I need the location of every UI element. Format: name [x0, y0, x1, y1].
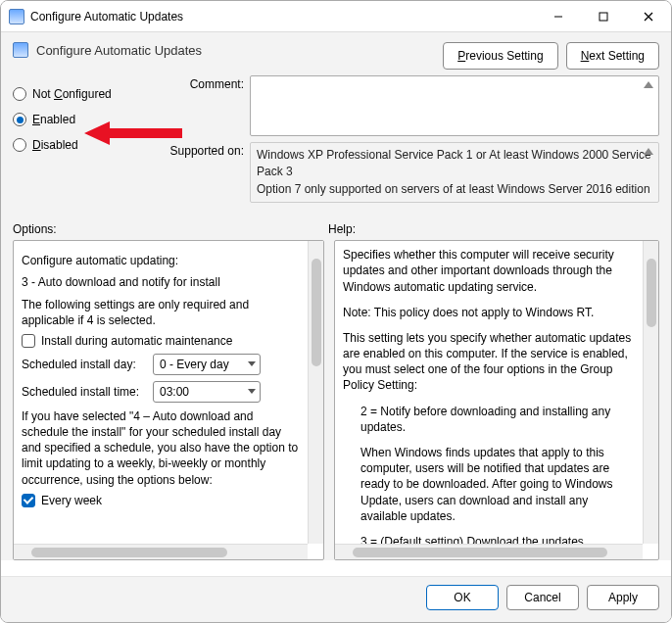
chk-maintenance[interactable]: Install during automatic maintenance: [22, 334, 300, 348]
options-content: Configure automatic updating: 3 - Auto d…: [14, 241, 308, 544]
help-text: 3 = (Default setting) Download the updat…: [343, 534, 635, 544]
radio-enabled[interactable]: Enabled: [13, 107, 150, 132]
supported-text: Windows XP Professional Service Pack 1 o…: [257, 148, 651, 196]
comment-input[interactable]: [250, 75, 659, 136]
help-text: When Windows finds updates that apply to…: [343, 445, 635, 524]
section-labels: Options: Help:: [1, 213, 671, 240]
checkbox-icon: [22, 494, 35, 507]
help-text: This setting lets you specify whether au…: [343, 330, 635, 394]
radio-disabled[interactable]: Disabled: [13, 132, 150, 158]
scroll-up-icon[interactable]: [644, 81, 653, 88]
previous-setting-button[interactable]: Previous Setting: [443, 42, 557, 70]
header: Configure Automatic Updates Previous Set…: [1, 32, 671, 75]
options-panel: Configure automatic updating: 3 - Auto d…: [13, 240, 324, 560]
comment-label: Comment:: [158, 75, 244, 91]
radio-label: Disabled: [32, 138, 78, 152]
radio-circle: [13, 138, 26, 152]
checkbox-icon: [22, 334, 35, 348]
install-time-label: Scheduled install time:: [22, 385, 147, 399]
update-mode-dropdown[interactable]: 3 - Auto download and notify for install: [22, 274, 300, 290]
help-label: Help:: [328, 222, 356, 236]
radio-label: Enabled: [32, 113, 75, 126]
minimize-button[interactable]: [536, 2, 581, 31]
options-h-scrollbar[interactable]: [14, 544, 308, 559]
titlebar: Configure Automatic Updates: [1, 1, 671, 32]
close-button[interactable]: [626, 2, 671, 31]
dropdown-value: 03:00: [160, 385, 189, 399]
svg-rect-1: [600, 13, 607, 21]
cancel-button[interactable]: Cancel: [506, 585, 579, 610]
policy-title: Configure Automatic Updates: [36, 43, 202, 58]
chk-every-week[interactable]: Every week: [22, 494, 300, 507]
options-v-scrollbar[interactable]: [308, 241, 323, 544]
next-setting-button[interactable]: Next Setting: [566, 42, 659, 70]
ok-button[interactable]: OK: [426, 585, 499, 610]
apply-button[interactable]: Apply: [587, 585, 659, 610]
chk-label: Install during automatic maintenance: [41, 334, 232, 348]
help-v-scrollbar[interactable]: [643, 241, 658, 544]
supported-box: Windows XP Professional Service Pack 1 o…: [250, 142, 659, 203]
radio-label: Not Configured: [32, 87, 112, 101]
app-icon: [9, 9, 24, 24]
lower-panels: Configure automatic updating: 3 - Auto d…: [1, 240, 671, 560]
scroll-up-icon[interactable]: [644, 148, 653, 155]
help-h-scrollbar[interactable]: [335, 544, 643, 559]
help-text: Note: This policy does not apply to Wind…: [343, 305, 635, 320]
options-heading: Configure automatic updating:: [22, 253, 300, 268]
radio-not-configured[interactable]: Not Configured: [13, 81, 150, 107]
chevron-down-icon: [248, 361, 256, 366]
dropdown-value: 0 - Every day: [160, 358, 229, 371]
options-note: The following settings are only required…: [22, 297, 300, 328]
chk-label: Every week: [41, 494, 102, 507]
options-label: Options:: [13, 222, 328, 236]
options-para: If you have selected "4 – Auto download …: [22, 408, 300, 488]
supported-label: Supported on:: [158, 142, 244, 158]
window-title: Configure Automatic Updates: [30, 10, 183, 24]
radio-circle: [13, 113, 26, 126]
help-text: Specifies whether this computer will rec…: [343, 247, 635, 295]
radio-circle: [13, 87, 26, 101]
radio-group: Not Configured Enabled Disabled: [13, 75, 150, 209]
install-time-dropdown[interactable]: 03:00: [153, 381, 261, 403]
help-text: 2 = Notify before downloading and instal…: [343, 404, 635, 435]
install-day-label: Scheduled install day:: [22, 358, 147, 371]
policy-icon: [13, 42, 28, 58]
footer: OK Cancel Apply: [1, 576, 671, 622]
install-day-dropdown[interactable]: 0 - Every day: [153, 354, 261, 375]
help-content: Specifies whether this computer will rec…: [335, 241, 643, 544]
config-area: Not Configured Enabled Disabled Comment:…: [1, 75, 671, 213]
maximize-button[interactable]: [581, 2, 626, 31]
chevron-down-icon: [248, 389, 256, 394]
help-panel: Specifies whether this computer will rec…: [334, 240, 659, 560]
